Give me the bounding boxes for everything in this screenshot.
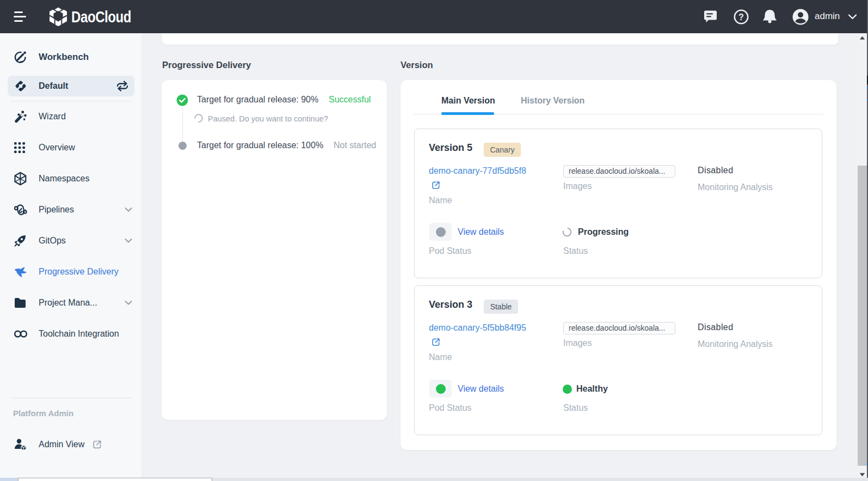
svg-text:?: ? (738, 13, 744, 22)
